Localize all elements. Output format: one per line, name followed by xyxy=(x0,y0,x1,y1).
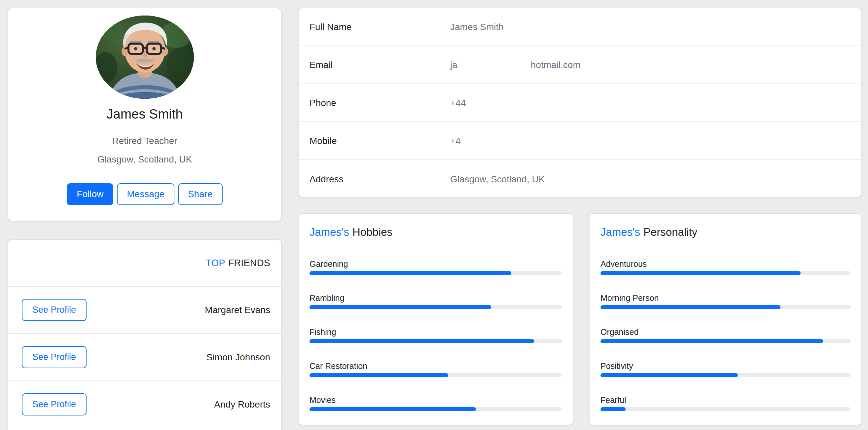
detail-value: Glasgow, Scotland, UK xyxy=(450,174,545,185)
detail-label: Email xyxy=(309,60,450,70)
progress-track xyxy=(600,339,850,343)
mobile-visible-prefix: +4 xyxy=(450,136,461,146)
personality-card: James'sPersonality Adventurous Morning P… xyxy=(589,213,862,425)
progress-track xyxy=(600,407,850,411)
detail-value-redacted: +44 xyxy=(450,98,466,108)
progress-track xyxy=(309,407,562,411)
see-profile-button[interactable]: See Profile xyxy=(22,346,87,368)
personality-card-title: James'sPersonality xyxy=(600,225,850,239)
friend-row: See Profile Andy Roberts xyxy=(8,381,281,428)
hobby-item: Gardening xyxy=(309,258,562,275)
friend-name: Andy Roberts xyxy=(214,399,270,410)
progress-track xyxy=(600,305,850,309)
personality-title-highlight: James's xyxy=(600,226,640,238)
personality-item: Positivity xyxy=(600,360,850,377)
personality-label: Positivity xyxy=(600,360,850,372)
detail-label: Phone xyxy=(309,98,450,108)
profile-page: James Smith Retired Teacher Glasgow, Sco… xyxy=(0,0,868,430)
email-visible-prefix: ja xyxy=(450,60,458,70)
friend-row: See Profile Simon Johnson xyxy=(8,334,281,381)
personality-item: Morning Person xyxy=(600,292,850,309)
profile-photo-illustration xyxy=(96,16,194,99)
personality-label: Morning Person xyxy=(600,292,850,304)
detail-label: Full Name xyxy=(309,22,450,32)
personality-item: Adventurous xyxy=(600,258,850,275)
hobbies-card-title: James'sHobbies xyxy=(309,225,562,239)
detail-value: James Smith xyxy=(450,22,504,32)
profile-actions: Follow Message Share xyxy=(8,183,281,205)
profile-photo xyxy=(96,16,194,99)
phone-visible-prefix: +44 xyxy=(450,98,466,108)
friend-name: Margaret Evans xyxy=(205,305,270,315)
progress-fill xyxy=(600,407,626,411)
detail-value-redacted: jahotmail.com xyxy=(450,60,581,70)
friends-card-header: TOP FRIENDS xyxy=(8,240,281,287)
hobby-item: Car Restoration xyxy=(309,360,562,377)
see-profile-button[interactable]: See Profile xyxy=(22,299,87,321)
personality-label: Organised xyxy=(600,326,850,338)
hobby-label: Gardening xyxy=(309,258,562,270)
profile-card: James Smith Retired Teacher Glasgow, Sco… xyxy=(8,8,282,221)
personality-title-rest: Personality xyxy=(643,226,697,238)
hobby-item: Fishing xyxy=(309,326,562,343)
detail-value-redacted: +4 xyxy=(450,136,461,146)
hobby-label: Rambling xyxy=(309,292,562,304)
personality-label: Fearful xyxy=(600,394,850,405)
progress-fill xyxy=(600,305,780,309)
hobbies-title-rest: Hobbies xyxy=(352,226,392,238)
personality-label: Adventurous xyxy=(600,258,850,270)
friends-title-highlight: TOP xyxy=(206,257,225,269)
progress-track xyxy=(309,271,562,275)
progress-track xyxy=(309,373,562,377)
friend-row: See Profile Margaret Evans xyxy=(8,287,281,334)
progress-fill xyxy=(309,339,534,343)
progress-track xyxy=(309,305,562,309)
personality-item: Fearful xyxy=(600,394,850,411)
hobby-item: Rambling xyxy=(309,292,562,309)
progress-track xyxy=(309,339,562,343)
detail-row-address: Address Glasgow, Scotland, UK xyxy=(299,160,861,198)
detail-row-full-name: Full Name James Smith xyxy=(299,8,861,46)
personality-item: Organised xyxy=(600,326,850,343)
progress-fill xyxy=(309,271,511,275)
see-profile-button[interactable]: See Profile xyxy=(22,393,87,416)
hobbies-title-highlight: James's xyxy=(309,226,349,238)
hobby-label: Movies xyxy=(309,394,562,405)
contact-details-card: Full Name James Smith Email jahotmail.co… xyxy=(298,8,862,197)
message-button[interactable]: Message xyxy=(117,183,175,205)
share-button[interactable]: Share xyxy=(178,183,223,205)
progress-fill xyxy=(600,373,738,377)
progress-fill xyxy=(600,271,801,275)
progress-fill xyxy=(600,339,823,343)
follow-button[interactable]: Follow xyxy=(67,183,113,205)
detail-label: Mobile xyxy=(309,136,450,146)
progress-fill xyxy=(309,373,448,377)
detail-row-phone: Phone +44 xyxy=(299,84,861,122)
hobbies-card: James'sHobbies Gardening Rambling Fishin… xyxy=(298,213,574,425)
friends-title-rest: FRIENDS xyxy=(228,257,270,269)
progress-track xyxy=(600,373,850,377)
progress-fill xyxy=(309,407,476,411)
detail-label: Address xyxy=(309,174,450,185)
progress-fill xyxy=(309,305,491,309)
friend-name: Simon Johnson xyxy=(207,352,270,363)
top-friends-card: TOP FRIENDS See Profile Margaret Evans S… xyxy=(8,239,282,430)
detail-row-email: Email jahotmail.com xyxy=(299,46,861,84)
detail-row-mobile: Mobile +4 xyxy=(299,122,861,160)
hobby-label: Fishing xyxy=(309,326,562,338)
hobby-item: Movies xyxy=(309,394,562,411)
profile-name: James Smith xyxy=(8,106,281,122)
email-visible-suffix: hotmail.com xyxy=(531,60,581,70)
profile-location: Glasgow, Scotland, UK xyxy=(8,154,281,165)
hobby-label: Car Restoration xyxy=(309,360,562,372)
progress-track xyxy=(600,271,850,275)
friend-row-clipped xyxy=(8,428,281,430)
profile-occupation: Retired Teacher xyxy=(8,135,281,147)
